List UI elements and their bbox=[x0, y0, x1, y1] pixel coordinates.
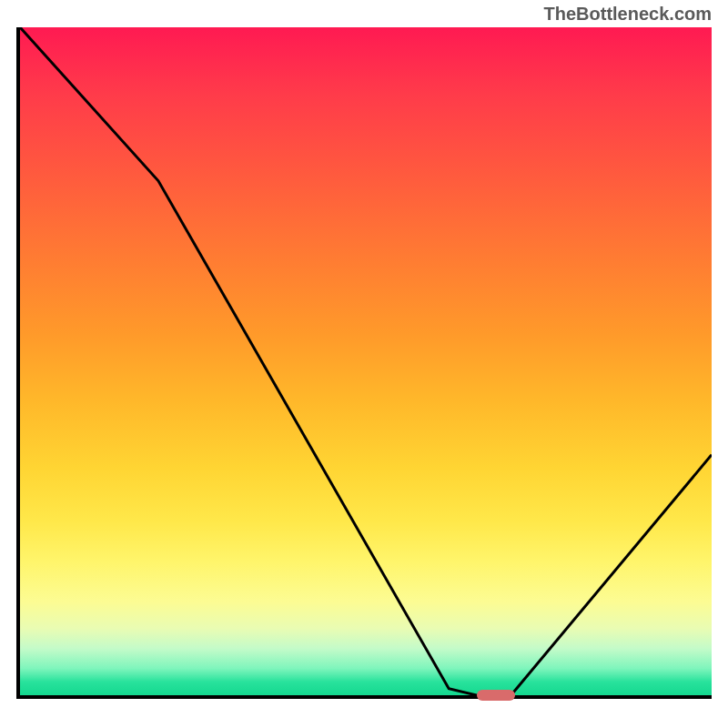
plot-area bbox=[16, 27, 712, 699]
optimal-range-marker bbox=[477, 690, 515, 701]
bottleneck-curve bbox=[20, 27, 712, 695]
watermark-text: TheBottleneck.com bbox=[544, 4, 712, 25]
chart-svg bbox=[20, 27, 712, 695]
